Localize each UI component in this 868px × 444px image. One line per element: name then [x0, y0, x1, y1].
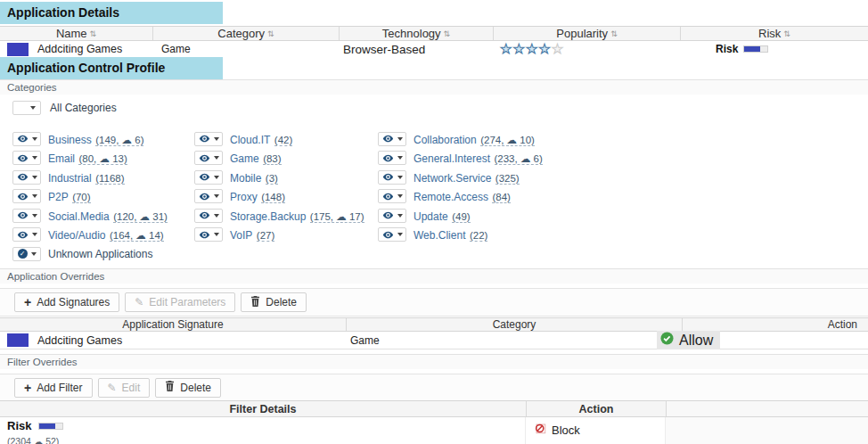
- column-header-override-category[interactable]: Category: [346, 318, 682, 331]
- filter-action-block[interactable]: Block: [535, 423, 665, 437]
- chevron-down-icon: [214, 194, 219, 198]
- category-count[interactable]: (70): [72, 192, 90, 203]
- all-categories-control: All Categories: [12, 101, 117, 115]
- filter-count[interactable]: (2304 ☁ 52): [7, 436, 59, 444]
- category-link[interactable]: Update: [414, 210, 448, 223]
- column-header-technology[interactable]: Technology ⇅: [339, 27, 493, 40]
- category-action-dropdown[interactable]: [12, 170, 41, 185]
- category-count[interactable]: (274, ☁ 10): [480, 135, 535, 146]
- category-link[interactable]: General.Interest: [414, 152, 490, 165]
- sort-icon[interactable]: ⇅: [783, 29, 790, 38]
- sort-icon[interactable]: ⇅: [610, 29, 618, 38]
- category-count[interactable]: (3): [266, 173, 278, 185]
- column-header-application-signature[interactable]: Application Signature: [0, 318, 346, 331]
- category-count[interactable]: (164, ☁ 14): [110, 230, 164, 242]
- category-action-dropdown[interactable]: [194, 189, 223, 203]
- category-item-social-media: Social.Media (120, ☁ 31): [12, 206, 168, 226]
- category-link[interactable]: Email: [48, 152, 75, 165]
- category-count[interactable]: (22): [470, 230, 487, 242]
- eye-icon: [17, 230, 29, 240]
- delete-signature-button[interactable]: Delete: [241, 292, 307, 312]
- category-count[interactable]: (120, ☁ 31): [113, 211, 168, 223]
- category-action-dropdown[interactable]: [194, 209, 223, 223]
- add-filter-button[interactable]: + Add Filter: [14, 378, 93, 398]
- application-details-row[interactable]: Addciting Games Game Browser-Based ★★★★★…: [0, 41, 868, 57]
- unknown-applications-dropdown[interactable]: ✓: [12, 247, 41, 261]
- category-action-dropdown[interactable]: [12, 189, 41, 203]
- category-count[interactable]: (84): [492, 192, 510, 203]
- category-count[interactable]: (49): [452, 211, 470, 223]
- category-link[interactable]: Collaboration: [414, 134, 477, 146]
- sort-icon[interactable]: ⇅: [90, 29, 97, 38]
- column-header-filter-details[interactable]: Filter Details: [0, 401, 526, 416]
- category-link[interactable]: Web.Client: [414, 229, 465, 242]
- category-link[interactable]: P2P: [48, 191, 69, 203]
- sort-icon[interactable]: ⇅: [444, 29, 451, 38]
- unknown-applications-label[interactable]: Unknown Applications: [48, 248, 152, 260]
- category-count[interactable]: (149, ☁ 6): [95, 135, 143, 146]
- category-action-dropdown[interactable]: [194, 132, 223, 146]
- category-link[interactable]: Remote.Access: [414, 191, 488, 203]
- category-link[interactable]: Cloud.IT: [230, 134, 270, 146]
- category-count[interactable]: (42): [274, 135, 292, 146]
- category-action-dropdown[interactable]: [378, 170, 406, 185]
- column-header-risk[interactable]: Risk ⇅: [680, 27, 868, 40]
- pencil-icon: ✎: [135, 296, 143, 308]
- category-link[interactable]: Social.Media: [48, 210, 110, 223]
- application-override-row[interactable]: Addciting Games Game Allow: [0, 332, 868, 349]
- category-count[interactable]: (233, ☁ 6): [495, 153, 543, 165]
- column-header-name[interactable]: Name ⇅: [0, 27, 152, 40]
- category-count[interactable]: (325): [495, 173, 520, 185]
- category-count[interactable]: (83): [263, 153, 281, 165]
- column-header-filter-action[interactable]: Action: [526, 401, 666, 416]
- category-action-dropdown[interactable]: [12, 209, 41, 223]
- chevron-down-icon: [32, 194, 37, 198]
- category-count[interactable]: (27): [257, 230, 274, 242]
- sort-icon[interactable]: ⇅: [267, 29, 274, 38]
- chevron-down-icon: [214, 214, 219, 218]
- all-categories-dropdown[interactable]: [12, 101, 41, 115]
- all-categories-label: All Categories: [50, 102, 117, 114]
- column-header-empty: [666, 401, 868, 416]
- category-link[interactable]: Video/Audio: [48, 229, 106, 242]
- category-link[interactable]: Industrial: [48, 172, 92, 185]
- edit-parameters-button[interactable]: ✎ Edit Parameters: [125, 292, 235, 312]
- column-header-override-action[interactable]: Action: [682, 318, 868, 331]
- filter-overrides-table-header: Filter Details Action: [0, 400, 868, 417]
- category-action-dropdown[interactable]: [378, 151, 406, 165]
- edit-filter-button[interactable]: ✎ Edit: [98, 378, 151, 398]
- category-action-dropdown[interactable]: [194, 227, 223, 242]
- override-action-allow[interactable]: Allow: [657, 331, 720, 349]
- category-link[interactable]: Network.Service: [414, 172, 491, 185]
- category-link[interactable]: Mobile: [230, 172, 261, 185]
- category-action-dropdown[interactable]: [378, 189, 406, 203]
- category-action-dropdown[interactable]: [12, 227, 41, 242]
- category-count[interactable]: (175, ☁ 17): [310, 211, 364, 223]
- category-action-dropdown[interactable]: [378, 132, 406, 146]
- category-action-dropdown[interactable]: [378, 209, 406, 223]
- category-action-dropdown[interactable]: [194, 151, 223, 165]
- add-signatures-button[interactable]: + Add Signatures: [14, 292, 119, 312]
- column-header-category[interactable]: Category ⇅: [152, 27, 339, 40]
- category-action-dropdown[interactable]: [12, 132, 41, 146]
- category-link[interactable]: Storage.Backup: [230, 210, 306, 223]
- category-count[interactable]: (148): [261, 192, 285, 203]
- category-item-remote-access: Remote.Access (84): [378, 187, 543, 207]
- category-link[interactable]: Game: [230, 152, 259, 165]
- category-link[interactable]: VoIP: [230, 229, 252, 242]
- category-count[interactable]: (80, ☁ 13): [78, 153, 127, 165]
- category-link[interactable]: Proxy: [230, 191, 258, 203]
- plus-icon: +: [24, 295, 31, 309]
- app-risk: Risk: [680, 43, 868, 55]
- category-link[interactable]: Business: [48, 134, 92, 146]
- category-count[interactable]: (1168): [95, 173, 124, 185]
- filter-override-row[interactable]: Risk (2304 ☁ 52) Block: [0, 417, 868, 444]
- eye-icon: [17, 210, 29, 220]
- column-header-popularity[interactable]: Popularity ⇅: [493, 27, 680, 40]
- eye-icon: [199, 210, 210, 220]
- delete-filter-button[interactable]: Delete: [155, 378, 221, 398]
- chevron-down-icon: [31, 252, 37, 256]
- category-action-dropdown[interactable]: [194, 170, 223, 185]
- category-action-dropdown[interactable]: [378, 227, 406, 242]
- category-action-dropdown[interactable]: [12, 151, 41, 165]
